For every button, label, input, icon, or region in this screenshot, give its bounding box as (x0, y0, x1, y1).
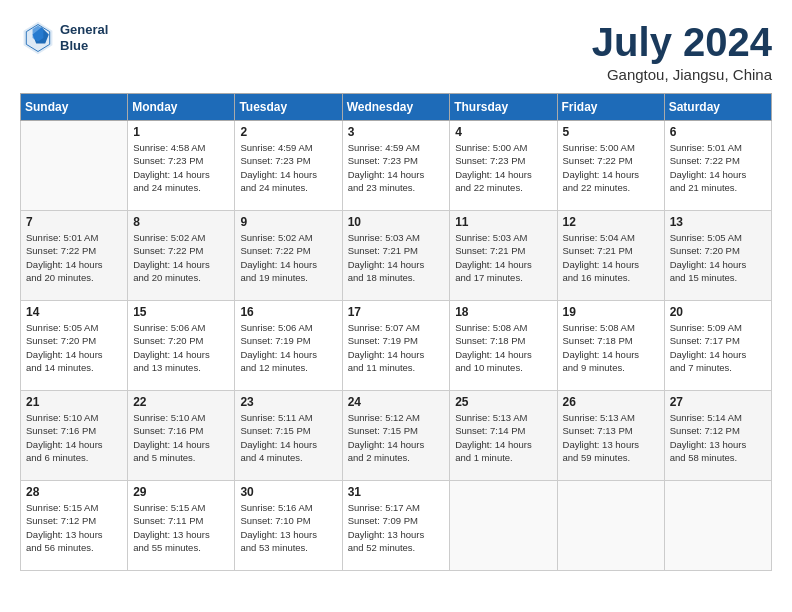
day-number: 6 (670, 125, 766, 139)
calendar-cell: 5Sunrise: 5:00 AM Sunset: 7:22 PM Daylig… (557, 121, 664, 211)
day-number: 20 (670, 305, 766, 319)
day-info: Sunrise: 5:10 AM Sunset: 7:16 PM Dayligh… (26, 411, 122, 464)
day-info: Sunrise: 5:00 AM Sunset: 7:22 PM Dayligh… (563, 141, 659, 194)
day-number: 8 (133, 215, 229, 229)
day-info: Sunrise: 5:09 AM Sunset: 7:17 PM Dayligh… (670, 321, 766, 374)
day-info: Sunrise: 5:02 AM Sunset: 7:22 PM Dayligh… (240, 231, 336, 284)
calendar-cell: 30Sunrise: 5:16 AM Sunset: 7:10 PM Dayli… (235, 481, 342, 571)
day-number: 5 (563, 125, 659, 139)
day-info: Sunrise: 5:04 AM Sunset: 7:21 PM Dayligh… (563, 231, 659, 284)
day-number: 17 (348, 305, 445, 319)
day-info: Sunrise: 5:05 AM Sunset: 7:20 PM Dayligh… (26, 321, 122, 374)
day-number: 26 (563, 395, 659, 409)
day-number: 11 (455, 215, 551, 229)
logo-icon (20, 20, 56, 56)
day-info: Sunrise: 5:01 AM Sunset: 7:22 PM Dayligh… (26, 231, 122, 284)
day-number: 3 (348, 125, 445, 139)
calendar-cell (21, 121, 128, 211)
calendar-cell: 14Sunrise: 5:05 AM Sunset: 7:20 PM Dayli… (21, 301, 128, 391)
day-number: 7 (26, 215, 122, 229)
calendar-cell: 19Sunrise: 5:08 AM Sunset: 7:18 PM Dayli… (557, 301, 664, 391)
calendar-cell: 11Sunrise: 5:03 AM Sunset: 7:21 PM Dayli… (450, 211, 557, 301)
weekday-header: Friday (557, 94, 664, 121)
day-number: 14 (26, 305, 122, 319)
calendar-cell: 12Sunrise: 5:04 AM Sunset: 7:21 PM Dayli… (557, 211, 664, 301)
calendar-cell: 10Sunrise: 5:03 AM Sunset: 7:21 PM Dayli… (342, 211, 450, 301)
logo-line2: Blue (60, 38, 108, 54)
location: Gangtou, Jiangsu, China (592, 66, 772, 83)
calendar-cell: 20Sunrise: 5:09 AM Sunset: 7:17 PM Dayli… (664, 301, 771, 391)
calendar-cell: 31Sunrise: 5:17 AM Sunset: 7:09 PM Dayli… (342, 481, 450, 571)
day-number: 13 (670, 215, 766, 229)
day-info: Sunrise: 5:03 AM Sunset: 7:21 PM Dayligh… (455, 231, 551, 284)
day-info: Sunrise: 5:15 AM Sunset: 7:11 PM Dayligh… (133, 501, 229, 554)
day-info: Sunrise: 5:12 AM Sunset: 7:15 PM Dayligh… (348, 411, 445, 464)
day-info: Sunrise: 5:10 AM Sunset: 7:16 PM Dayligh… (133, 411, 229, 464)
day-info: Sunrise: 5:00 AM Sunset: 7:23 PM Dayligh… (455, 141, 551, 194)
weekday-header: Tuesday (235, 94, 342, 121)
calendar-cell: 25Sunrise: 5:13 AM Sunset: 7:14 PM Dayli… (450, 391, 557, 481)
calendar-cell: 7Sunrise: 5:01 AM Sunset: 7:22 PM Daylig… (21, 211, 128, 301)
calendar-cell: 2Sunrise: 4:59 AM Sunset: 7:23 PM Daylig… (235, 121, 342, 211)
month-title: July 2024 (592, 20, 772, 64)
day-number: 31 (348, 485, 445, 499)
day-info: Sunrise: 5:16 AM Sunset: 7:10 PM Dayligh… (240, 501, 336, 554)
calendar-cell: 27Sunrise: 5:14 AM Sunset: 7:12 PM Dayli… (664, 391, 771, 481)
calendar-cell: 4Sunrise: 5:00 AM Sunset: 7:23 PM Daylig… (450, 121, 557, 211)
weekday-header: Sunday (21, 94, 128, 121)
calendar-cell: 24Sunrise: 5:12 AM Sunset: 7:15 PM Dayli… (342, 391, 450, 481)
day-info: Sunrise: 4:59 AM Sunset: 7:23 PM Dayligh… (240, 141, 336, 194)
day-number: 10 (348, 215, 445, 229)
day-number: 25 (455, 395, 551, 409)
day-number: 24 (348, 395, 445, 409)
page-header: General Blue July 2024 Gangtou, Jiangsu,… (20, 20, 772, 83)
day-number: 18 (455, 305, 551, 319)
day-number: 12 (563, 215, 659, 229)
day-info: Sunrise: 5:03 AM Sunset: 7:21 PM Dayligh… (348, 231, 445, 284)
day-info: Sunrise: 5:08 AM Sunset: 7:18 PM Dayligh… (455, 321, 551, 374)
day-info: Sunrise: 5:15 AM Sunset: 7:12 PM Dayligh… (26, 501, 122, 554)
day-info: Sunrise: 5:14 AM Sunset: 7:12 PM Dayligh… (670, 411, 766, 464)
calendar-cell: 6Sunrise: 5:01 AM Sunset: 7:22 PM Daylig… (664, 121, 771, 211)
calendar-body: 1Sunrise: 4:58 AM Sunset: 7:23 PM Daylig… (21, 121, 772, 571)
calendar-cell: 16Sunrise: 5:06 AM Sunset: 7:19 PM Dayli… (235, 301, 342, 391)
day-info: Sunrise: 5:01 AM Sunset: 7:22 PM Dayligh… (670, 141, 766, 194)
calendar-cell: 17Sunrise: 5:07 AM Sunset: 7:19 PM Dayli… (342, 301, 450, 391)
day-number: 16 (240, 305, 336, 319)
day-info: Sunrise: 5:17 AM Sunset: 7:09 PM Dayligh… (348, 501, 445, 554)
calendar-week-row: 14Sunrise: 5:05 AM Sunset: 7:20 PM Dayli… (21, 301, 772, 391)
calendar-cell (557, 481, 664, 571)
logo: General Blue (20, 20, 108, 56)
calendar-cell: 15Sunrise: 5:06 AM Sunset: 7:20 PM Dayli… (128, 301, 235, 391)
day-info: Sunrise: 5:06 AM Sunset: 7:20 PM Dayligh… (133, 321, 229, 374)
calendar-table: SundayMondayTuesdayWednesdayThursdayFrid… (20, 93, 772, 571)
calendar-cell: 21Sunrise: 5:10 AM Sunset: 7:16 PM Dayli… (21, 391, 128, 481)
calendar-cell: 22Sunrise: 5:10 AM Sunset: 7:16 PM Dayli… (128, 391, 235, 481)
calendar-cell: 13Sunrise: 5:05 AM Sunset: 7:20 PM Dayli… (664, 211, 771, 301)
day-number: 1 (133, 125, 229, 139)
weekday-header: Monday (128, 94, 235, 121)
calendar-cell: 9Sunrise: 5:02 AM Sunset: 7:22 PM Daylig… (235, 211, 342, 301)
day-info: Sunrise: 5:13 AM Sunset: 7:13 PM Dayligh… (563, 411, 659, 464)
calendar-cell: 29Sunrise: 5:15 AM Sunset: 7:11 PM Dayli… (128, 481, 235, 571)
title-block: July 2024 Gangtou, Jiangsu, China (592, 20, 772, 83)
day-number: 29 (133, 485, 229, 499)
day-number: 22 (133, 395, 229, 409)
day-info: Sunrise: 5:07 AM Sunset: 7:19 PM Dayligh… (348, 321, 445, 374)
day-number: 21 (26, 395, 122, 409)
header-row: SundayMondayTuesdayWednesdayThursdayFrid… (21, 94, 772, 121)
weekday-header: Saturday (664, 94, 771, 121)
calendar-header: SundayMondayTuesdayWednesdayThursdayFrid… (21, 94, 772, 121)
calendar-week-row: 28Sunrise: 5:15 AM Sunset: 7:12 PM Dayli… (21, 481, 772, 571)
day-number: 15 (133, 305, 229, 319)
day-info: Sunrise: 5:06 AM Sunset: 7:19 PM Dayligh… (240, 321, 336, 374)
calendar-cell: 1Sunrise: 4:58 AM Sunset: 7:23 PM Daylig… (128, 121, 235, 211)
calendar-week-row: 21Sunrise: 5:10 AM Sunset: 7:16 PM Dayli… (21, 391, 772, 481)
day-info: Sunrise: 4:59 AM Sunset: 7:23 PM Dayligh… (348, 141, 445, 194)
weekday-header: Wednesday (342, 94, 450, 121)
day-info: Sunrise: 5:05 AM Sunset: 7:20 PM Dayligh… (670, 231, 766, 284)
day-number: 30 (240, 485, 336, 499)
day-number: 4 (455, 125, 551, 139)
calendar-week-row: 7Sunrise: 5:01 AM Sunset: 7:22 PM Daylig… (21, 211, 772, 301)
calendar-cell: 18Sunrise: 5:08 AM Sunset: 7:18 PM Dayli… (450, 301, 557, 391)
